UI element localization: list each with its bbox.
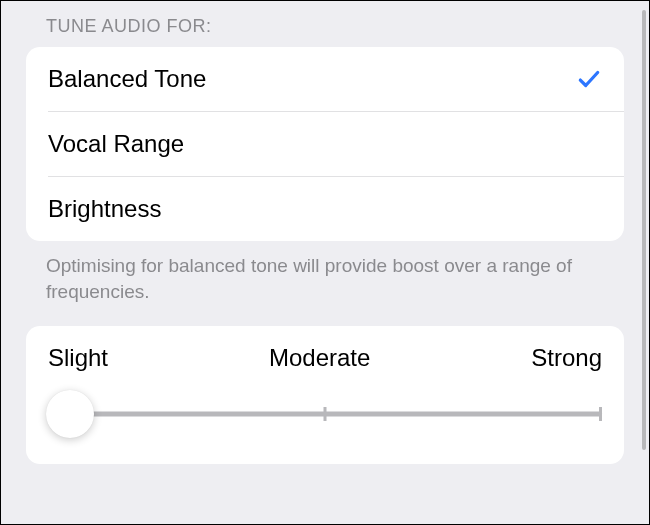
option-balanced-tone[interactable]: Balanced Tone <box>26 47 624 111</box>
scroll-indicator[interactable] <box>642 10 646 450</box>
slider-tick-end <box>599 407 602 421</box>
slider-tick-mid <box>324 407 327 421</box>
slider-thumb[interactable] <box>46 390 94 438</box>
option-label: Balanced Tone <box>48 65 206 93</box>
slider-label-min: Slight <box>48 344 108 372</box>
section-header: TUNE AUDIO FOR: <box>20 12 630 47</box>
checkmark-icon <box>576 66 602 92</box>
intensity-slider[interactable] <box>48 394 602 434</box>
option-label: Vocal Range <box>48 130 184 158</box>
option-vocal-range[interactable]: Vocal Range <box>26 112 624 176</box>
section-footer: Optimising for balanced tone will provid… <box>20 241 630 326</box>
slider-label-mid: Moderate <box>269 344 370 372</box>
option-label: Brightness <box>48 195 161 223</box>
slider-label-max: Strong <box>531 344 602 372</box>
slider-labels: Slight Moderate Strong <box>48 344 602 372</box>
option-brightness[interactable]: Brightness <box>26 177 624 241</box>
intensity-slider-card: Slight Moderate Strong <box>26 326 624 464</box>
tune-audio-options-card: Balanced Tone Vocal Range Brightness <box>26 47 624 241</box>
